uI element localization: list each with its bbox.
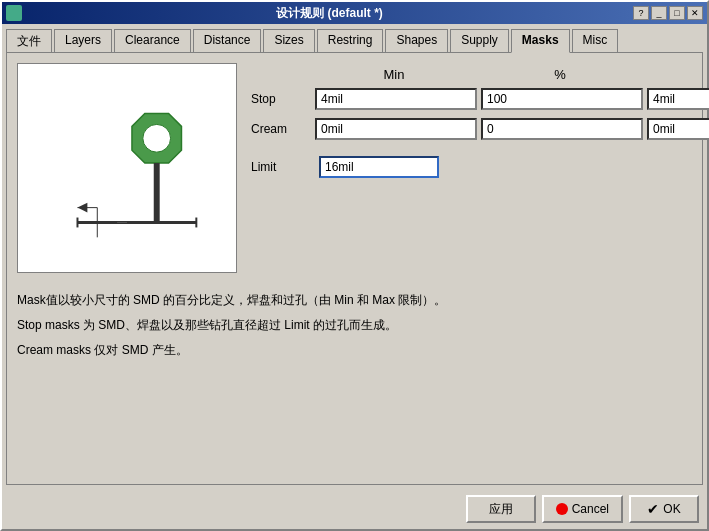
tab-restring[interactable]: Restring xyxy=(317,29,384,53)
tab-misc[interactable]: Misc xyxy=(572,29,619,53)
limit-input[interactable] xyxy=(319,156,439,178)
col-empty xyxy=(251,67,311,82)
main-row: Min % Max Stop Cream xyxy=(17,63,692,273)
limit-label: Limit xyxy=(251,160,311,174)
form-section: Min % Max Stop Cream xyxy=(247,63,709,273)
help-button[interactable]: ? xyxy=(633,6,649,20)
description-3: Cream masks 仅对 SMD 产生。 xyxy=(17,341,692,360)
form-headers: Min % Max xyxy=(251,67,709,82)
col-min-header: Min xyxy=(311,67,477,82)
tab-sizes[interactable]: Sizes xyxy=(263,29,314,53)
tab-masks[interactable]: Masks xyxy=(511,29,570,53)
app-icon xyxy=(6,5,22,21)
cream-pct-input[interactable] xyxy=(481,118,643,140)
stop-max-input[interactable] xyxy=(647,88,709,110)
stop-label: Stop xyxy=(251,92,311,106)
title-bar-left xyxy=(6,5,26,21)
ok-icon: ✔ xyxy=(647,501,659,517)
tab-shapes[interactable]: Shapes xyxy=(385,29,448,53)
col-max-header: Max xyxy=(643,67,709,82)
apply-button[interactable]: 应用 xyxy=(466,495,536,523)
content-area: Min % Max Stop Cream xyxy=(6,52,703,485)
stop-row: Stop xyxy=(251,88,709,110)
cream-max-input[interactable] xyxy=(647,118,709,140)
description-area: Mask值以较小尺寸的 SMD 的百分比定义，焊盘和过孔（由 Min 和 Max… xyxy=(17,291,692,367)
description-2: Stop masks 为 SMD、焊盘以及那些钻孔直径超过 Limit 的过孔而… xyxy=(17,316,692,335)
close-button[interactable]: ✕ xyxy=(687,6,703,20)
svg-rect-3 xyxy=(154,163,160,222)
cancel-icon xyxy=(556,503,568,515)
cancel-button[interactable]: Cancel xyxy=(542,495,623,523)
tab-supply[interactable]: Supply xyxy=(450,29,509,53)
tab-distance[interactable]: Distance xyxy=(193,29,262,53)
window-title: 设计规则 (default *) xyxy=(26,5,633,22)
ok-label: OK xyxy=(663,502,680,516)
tab-layers[interactable]: Layers xyxy=(54,29,112,53)
cream-label: Cream xyxy=(251,122,311,136)
bottom-bar: 应用 Cancel ✔ OK xyxy=(2,489,707,529)
svg-rect-0 xyxy=(18,64,236,272)
cream-row: Cream xyxy=(251,118,709,140)
title-bar: 设计规则 (default *) ? _ □ ✕ xyxy=(2,2,707,24)
preview-box xyxy=(17,63,237,273)
stop-min-input[interactable] xyxy=(315,88,477,110)
stop-pct-input[interactable] xyxy=(481,88,643,110)
col-pct-header: % xyxy=(477,67,643,82)
cream-min-input[interactable] xyxy=(315,118,477,140)
ok-button[interactable]: ✔ OK xyxy=(629,495,699,523)
cancel-label: Cancel xyxy=(572,502,609,516)
minimize-button[interactable]: _ xyxy=(651,6,667,20)
apply-label: 应用 xyxy=(489,501,513,518)
maximize-button[interactable]: □ xyxy=(669,6,685,20)
main-window: 设计规则 (default *) ? _ □ ✕ 文件 Layers Clear… xyxy=(0,0,709,531)
title-bar-controls: ? _ □ ✕ xyxy=(633,6,703,20)
description-1: Mask值以较小尺寸的 SMD 的百分比定义，焊盘和过孔（由 Min 和 Max… xyxy=(17,291,692,310)
tab-clearance[interactable]: Clearance xyxy=(114,29,191,53)
svg-point-2 xyxy=(143,124,171,152)
limit-row: Limit xyxy=(251,156,709,178)
tab-file[interactable]: 文件 xyxy=(6,29,52,53)
tab-bar: 文件 Layers Clearance Distance Sizes Restr… xyxy=(2,24,707,52)
